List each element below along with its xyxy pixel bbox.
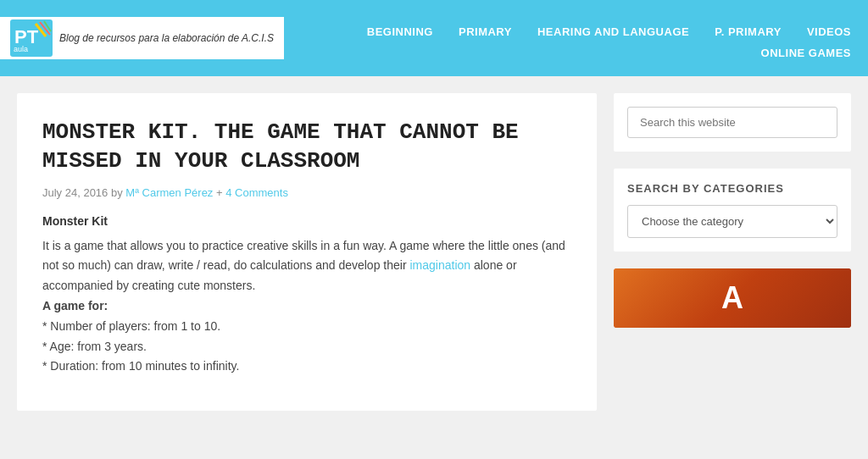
meta-by: by [111, 186, 125, 199]
main-content: MONSTER KIT. THE GAME THAT CANNOT BE MIS… [17, 93, 597, 411]
svg-text:aula: aula [14, 45, 28, 53]
article-body: It is a game that allows you to practice… [42, 236, 571, 378]
nav-item-videos[interactable]: VIDEOS [807, 25, 851, 38]
categories-widget: SEARCH BY CATEGORIES Choose the category… [614, 169, 851, 252]
adobe-banner: A [614, 268, 851, 328]
adobe-logo-icon: A [721, 280, 743, 316]
meta-plus: + [216, 186, 225, 199]
nav-item-primary[interactable]: PRIMARY [459, 25, 512, 38]
site-logo[interactable]: PT aula Blog de recursos para la elabora… [0, 17, 284, 59]
logo-icon: PT aula [10, 19, 53, 57]
site-header: PT aula Blog de recursos para la elabora… [0, 0, 868, 76]
bullet-duration: * Duration: from 10 minutes to infinity. [42, 357, 571, 377]
article-intro: It is a game that allows you to practice… [42, 236, 571, 296]
nav-item-pprimary[interactable]: P. PRIMARY [715, 25, 782, 38]
article-game-for: A game for: [42, 296, 571, 317]
article-subtitle: Monster Kit [42, 214, 571, 228]
search-widget [614, 93, 851, 152]
nav-item-beginning[interactable]: BEGINNING [367, 25, 433, 38]
search-input[interactable] [627, 107, 837, 138]
nav-bottom-row: ONLINE GAMES [761, 47, 851, 59]
bullet-players: * Number of players: from 1 to 10. [42, 317, 571, 337]
article-link-imagination[interactable]: imagination [409, 258, 470, 272]
adobe-banner-widget: A [614, 268, 851, 328]
nav-item-hearing[interactable]: HEARING AND LANGUAGE [537, 25, 689, 38]
nav-item-online-games[interactable]: ONLINE GAMES [761, 47, 851, 59]
article-date: July 24, 2016 [42, 186, 108, 199]
page-wrapper: MONSTER KIT. THE GAME THAT CANNOT BE MIS… [0, 76, 868, 428]
nav-top-row: BEGINNING PRIMARY HEARING AND LANGUAGE P… [367, 25, 851, 38]
header-nav: BEGINNING PRIMARY HEARING AND LANGUAGE P… [284, 0, 868, 76]
category-select[interactable]: Choose the category Beginning Primary He… [627, 205, 837, 238]
game-for-label: A game for: [42, 299, 108, 312]
article-title: MONSTER KIT. THE GAME THAT CANNOT BE MIS… [42, 119, 571, 176]
bullet-age: * Age: from 3 years. [42, 337, 571, 357]
categories-title: SEARCH BY CATEGORIES [627, 182, 837, 195]
logo-text: Blog de recursos para la elaboración de … [59, 31, 274, 46]
article-author[interactable]: Mª Carmen Pérez [125, 186, 213, 199]
sidebar: SEARCH BY CATEGORIES Choose the category… [614, 93, 851, 411]
article-meta: July 24, 2016 by Mª Carmen Pérez + 4 Com… [42, 186, 571, 199]
article-comments[interactable]: 4 Comments [225, 186, 288, 199]
